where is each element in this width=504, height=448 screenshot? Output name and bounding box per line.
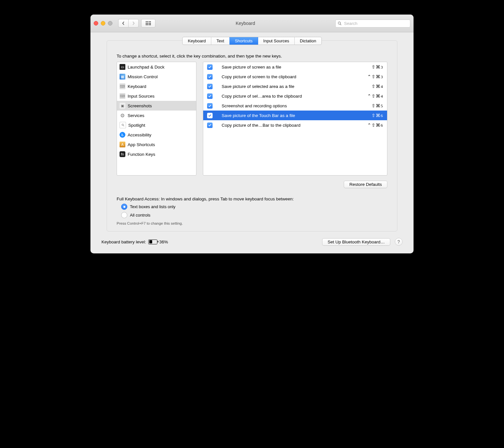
shortcut-checkbox[interactable] [207,123,213,128]
battery-icon [148,240,157,244]
instruction-text: To change a shortcut, select it, click t… [117,54,387,59]
shortcut-keys[interactable]: ⇧⌘6 [372,113,383,118]
cat-label: App Shortcuts [128,142,155,147]
back-button[interactable] [118,19,128,27]
shortcut-label: Save picture of screen as a file [222,65,368,69]
close-window-button[interactable] [94,21,98,26]
toolbar: Keyboard [90,15,414,32]
screenshots-icon: ▣ [120,103,125,109]
category-list[interactable]: ▭ Launchpad & Dock ▦ Mission Control ⌨ K… [117,62,196,176]
shortcut-label: Copy picture of screen to the clipboard [222,74,364,79]
shortcut-keys[interactable]: ⇧⌘3 [372,64,383,70]
minimize-window-button[interactable] [101,21,105,26]
radio-button[interactable] [121,212,127,218]
shortcut-checkbox[interactable] [207,74,213,80]
cat-launchpad-dock[interactable]: ▭ Launchpad & Dock [117,62,196,72]
search-field-wrap[interactable] [335,19,410,27]
shortcut-row[interactable]: Save picture of selected area as a file … [203,81,387,91]
launchpad-icon: ▭ [120,64,125,70]
fka-option-textboxes[interactable]: Text boxes and lists only [121,204,387,210]
shortcut-checkbox[interactable] [207,84,213,89]
cat-label: Mission Control [128,74,158,79]
tab-keyboard[interactable]: Keyboard [183,37,211,45]
shortcut-keys[interactable]: ⌃⇧⌘3 [367,74,383,80]
cat-label: Input Sources [128,94,154,99]
fka-option-all[interactable]: All controls [121,212,387,218]
cat-keyboard[interactable]: ⌨ Keyboard [117,81,196,91]
app-shortcuts-icon: A [120,142,125,147]
cat-accessibility[interactable]: ♿︎ Accessibility [117,130,196,140]
cat-spotlight[interactable]: 🔍︎ Spotlight [117,120,196,130]
window-title: Keyboard [155,21,335,26]
input-sources-icon: ⌨ [120,93,125,99]
spotlight-icon: 🔍︎ [120,122,126,128]
cat-label: Spotlight [128,123,145,128]
cat-label: Launchpad & Dock [128,65,164,69]
nav-back-forward [118,19,139,27]
cat-label: Function Keys [128,152,155,157]
shortcut-label: Save picture of the Touch Bar as a file [222,113,368,118]
chevron-left-icon [121,21,125,25]
shortcut-row[interactable]: Copy picture of the…Bar to the clipboard… [203,120,387,130]
search-icon [338,21,342,26]
shortcut-keys[interactable]: ⇧⌘5 [372,103,383,109]
cat-mission-control[interactable]: ▦ Mission Control [117,72,196,81]
shortcut-row[interactable]: Save picture of screen as a file ⇧⌘3 [203,62,387,72]
cat-label: Accessibility [128,133,152,137]
setup-bluetooth-button[interactable]: Set Up Bluetooth Keyboard… [322,238,390,246]
shortcut-row[interactable]: Save picture of the Touch Bar as a file … [203,111,387,120]
shortcut-label: Copy picture of sel…area to the clipboar… [222,94,364,99]
radio-label: All controls [130,213,151,218]
tab-text[interactable]: Text [211,37,230,45]
shortcut-row[interactable]: Screenshot and recording options ⇧⌘5 [203,101,387,111]
full-keyboard-access-label: Full Keyboard Access: In windows and dia… [117,197,387,201]
shortcut-label: Screenshot and recording options [222,103,368,108]
shortcut-label: Save picture of selected area as a file [222,84,368,89]
tab-input-sources[interactable]: Input Sources [258,37,295,45]
forward-button[interactable] [128,19,139,27]
accessibility-icon: ♿︎ [120,132,125,138]
restore-defaults-button[interactable]: Restore Defaults [344,181,387,188]
cat-function-keys[interactable]: fn Function Keys [117,149,196,159]
search-input[interactable] [343,21,408,26]
show-all-button[interactable] [141,19,155,27]
preferences-window: Keyboard Keyboard Text Shortcuts Input S… [90,15,414,253]
fka-hint: Press Control+F7 to change this setting. [117,221,387,225]
battery-label: Keyboard battery level: [101,240,146,244]
shortcut-keys[interactable]: ⌃⇧⌘6 [367,123,383,128]
mission-control-icon: ▦ [120,74,125,80]
help-button[interactable]: ? [395,238,403,246]
cat-app-shortcuts[interactable]: A App Shortcuts [117,140,196,149]
shortcut-checkbox[interactable] [207,93,213,99]
traffic-lights [94,21,112,26]
shortcut-row[interactable]: Copy picture of screen to the clipboard … [203,72,387,81]
zoom-window-button[interactable] [108,21,112,26]
keyboard-icon: ⌨ [120,83,125,89]
services-icon: ⚙ [120,112,125,118]
cat-screenshots[interactable]: ▣ Screenshots [117,101,196,111]
chevron-right-icon [131,21,135,25]
cat-label: Keyboard [128,84,146,89]
shortcut-keys[interactable]: ⌃⇧⌘4 [367,93,383,99]
shortcut-checkbox[interactable] [207,103,213,109]
cat-input-sources[interactable]: ⌨ Input Sources [117,91,196,101]
battery-percentage: 36% [159,240,168,244]
cat-label: Services [128,113,144,118]
content-panel: To change a shortcut, select it, click t… [107,40,397,231]
shortcut-checkbox[interactable] [207,113,213,118]
tab-bar: Keyboard Text Shortcuts Input Sources Di… [182,37,321,45]
shortcut-list[interactable]: Save picture of screen as a file ⇧⌘3 Cop… [203,62,387,176]
function-keys-icon: fn [120,151,125,157]
grid-icon [146,21,151,25]
shortcut-label: Copy picture of the…Bar to the clipboard [222,123,364,128]
cat-label: Screenshots [128,103,152,108]
shortcut-row[interactable]: Copy picture of sel…area to the clipboar… [203,91,387,101]
shortcut-checkbox[interactable] [207,64,213,70]
footer: Keyboard battery level: 36% Set Up Bluet… [90,238,414,253]
radio-label: Text boxes and lists only [130,204,175,209]
tab-shortcuts[interactable]: Shortcuts [230,37,258,45]
tab-dictation[interactable]: Dictation [295,37,321,45]
shortcut-keys[interactable]: ⇧⌘4 [372,84,383,89]
radio-button[interactable] [121,204,127,210]
cat-services[interactable]: ⚙ Services [117,111,196,120]
